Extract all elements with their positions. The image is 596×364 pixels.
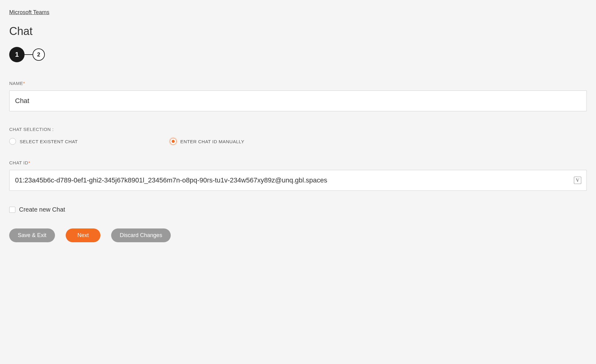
checkbox-icon: [9, 207, 15, 213]
create-new-chat-label: Create new Chat: [19, 206, 65, 213]
radio-icon: [9, 138, 16, 145]
radio-option-manual[interactable]: ENTER CHAT ID MANUALLY: [170, 138, 244, 145]
radio-inner-dot: [172, 140, 175, 143]
radio-option-existent[interactable]: SELECT EXISTENT CHAT: [9, 138, 78, 145]
name-label: NAME*: [9, 81, 587, 86]
chat-selection-group: CHAT SELECTION : SELECT EXISTENT CHAT EN…: [9, 127, 587, 145]
radio-label-existent: SELECT EXISTENT CHAT: [20, 139, 78, 144]
chat-id-input-wrapper: V: [9, 170, 587, 191]
step-connector: [25, 54, 33, 55]
chat-id-input[interactable]: [9, 170, 587, 191]
page-title: Chat: [9, 25, 587, 38]
chat-id-label-text: CHAT ID: [9, 160, 28, 165]
chat-id-label: CHAT ID*: [9, 160, 587, 165]
name-field-group: NAME*: [9, 81, 587, 111]
create-new-chat-checkbox[interactable]: Create new Chat: [9, 206, 587, 213]
next-button[interactable]: Next: [66, 228, 100, 242]
save-exit-button[interactable]: Save & Exit: [9, 228, 55, 242]
discard-button[interactable]: Discard Changes: [111, 228, 171, 242]
chat-selection-label: CHAT SELECTION :: [9, 127, 587, 132]
name-input[interactable]: [9, 90, 587, 111]
button-row: Save & Exit Next Discard Changes: [9, 228, 587, 242]
breadcrumb-link[interactable]: Microsoft Teams: [9, 9, 49, 16]
step-2[interactable]: 2: [33, 48, 45, 61]
required-asterisk: *: [23, 81, 25, 86]
stepper: 1 2: [9, 47, 587, 62]
chat-id-field-group: CHAT ID* V: [9, 160, 587, 191]
radio-row: SELECT EXISTENT CHAT ENTER CHAT ID MANUA…: [9, 138, 587, 145]
radio-icon-checked: [170, 138, 177, 145]
required-asterisk: *: [28, 160, 30, 165]
radio-label-manual: ENTER CHAT ID MANUALLY: [180, 139, 244, 144]
step-1[interactable]: 1: [9, 47, 25, 62]
name-label-text: NAME: [9, 81, 23, 86]
